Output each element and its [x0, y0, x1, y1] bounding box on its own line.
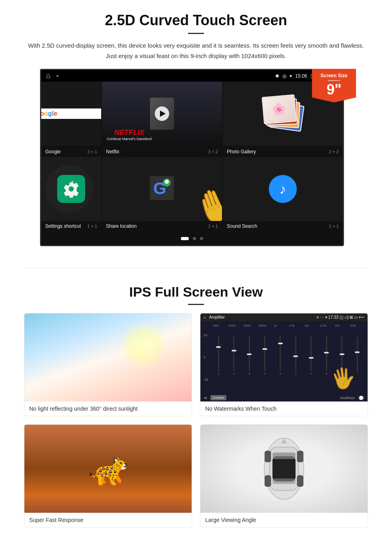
- badge-size: 9": [326, 81, 341, 98]
- svg-rect-7: [272, 456, 296, 482]
- gallery-size: 2 × 2: [329, 149, 339, 154]
- eq-freq-labels: 60hz 100hz 200hz 500hz 1k 2.5k 10k 12.5k…: [212, 324, 364, 327]
- svg-rect-12: [264, 475, 271, 487]
- sound-search-cell[interactable]: ♪: [223, 157, 343, 221]
- location-icon: ◎: [282, 73, 286, 79]
- equalizer-image: ⌂ Amplifier ≡ ⋯ ▾ 17:33 ◫ ◁) ⊠ ▭ ⟵ 10 0 …: [200, 313, 368, 401]
- status-bar-left: ⌂ ⌁: [46, 72, 59, 80]
- eq-icons: ≡ ⋯ ▾ 17:33 ◫ ◁) ⊠ ▭ ⟵: [317, 315, 364, 319]
- device-screen: ⌂ ⌁ ✱ ◎ ▾ 15:06 ◫ ◁) ⊠ ▭: [40, 69, 344, 246]
- custom-button[interactable]: Custom: [210, 395, 226, 400]
- sound-size: 1 × 1: [329, 224, 339, 229]
- settings-app-cell[interactable]: [41, 157, 101, 221]
- play-button[interactable]: [155, 106, 169, 121]
- settings-bg-circles: [41, 157, 101, 221]
- dot-3[interactable]: [200, 237, 203, 240]
- netflix-label-cell: Netflix 3 × 2: [102, 147, 222, 157]
- netflix-label: Netflix: [106, 149, 119, 155]
- sunlight-caption: No light reflecting under 360° direct su…: [24, 401, 192, 416]
- home-icon[interactable]: ⌂: [46, 72, 50, 80]
- section-ips: IPS Full Screen View No light reflecting…: [0, 280, 392, 540]
- eq-back-icon: ≪: [204, 396, 207, 400]
- pagination-dots: [41, 231, 343, 245]
- eq-home-icon: ⌂: [204, 315, 206, 319]
- sound-label-cell: Sound Search 1 × 1: [223, 221, 343, 231]
- freq-2k5: 2.5k: [289, 324, 304, 327]
- google-label: Google: [45, 149, 61, 155]
- loudness-label: loudness: [340, 396, 355, 400]
- curved-description: With 2.5D curved-display screen, this de…: [24, 40, 368, 61]
- pointing-hand: 🤚: [189, 182, 222, 221]
- google-mic-icon[interactable]: 🎤: [100, 110, 101, 117]
- status-bar: ⌂ ⌁ ✱ ◎ ▾ 15:06 ◫ ◁) ⊠ ▭: [41, 70, 343, 82]
- cheetah-emoji: 🐆: [88, 450, 128, 488]
- wifi-icon: ▾: [290, 73, 292, 79]
- badge-divider: [328, 80, 340, 81]
- share-label-cell: Share location 1 × 1: [102, 221, 222, 231]
- eq-bar-7: 0: [304, 335, 318, 375]
- feature-car: Large Viewing Angle: [200, 424, 368, 528]
- eq-bar-1: 3: [212, 335, 226, 375]
- svg-rect-9: [272, 478, 296, 484]
- maps-icon: G: [150, 176, 174, 200]
- google-app-cell[interactable]: Google 🎤: [41, 82, 101, 146]
- feature-equalizer: ⌂ Amplifier ≡ ⋯ ▾ 17:33 ◫ ◁) ⊠ ▭ ⟵ 10 0 …: [200, 313, 368, 416]
- settings-size: 1 × 1: [87, 224, 97, 229]
- freq-sub: SUB: [350, 324, 364, 327]
- eq-label-0: 0: [204, 355, 208, 359]
- eq-header: ⌂ Amplifier ≡ ⋯ ▾ 17:33 ◫ ◁) ⊠ ▭ ⟵: [200, 313, 368, 321]
- svg-point-4: [165, 180, 169, 184]
- svg-rect-13: [297, 475, 303, 487]
- google-label-cell: Google 3 × 1: [41, 147, 101, 157]
- bluetooth-icon: ✱: [275, 73, 279, 79]
- freq-60hz: 60hz: [213, 324, 228, 327]
- netflix-size: 3 × 2: [208, 149, 218, 154]
- google-size: 3 × 1: [87, 149, 97, 154]
- eq-title: Amplifier: [209, 315, 225, 319]
- section-curved-touch: 2.5D Curved Touch Screen With 2.5D curve…: [0, 0, 392, 256]
- screen-size-badge: Screen Size 9": [312, 69, 356, 102]
- svg-rect-8: [272, 453, 296, 459]
- share-label: Share location: [106, 223, 137, 229]
- eq-body: 10 0 -10 60hz 100hz 200hz 500hz 1k 2.5k …: [200, 321, 368, 394]
- feature-sunlight: No light reflecting under 360° direct su…: [24, 313, 192, 416]
- svg-rect-10: [264, 451, 271, 462]
- ips-title-divider: [188, 304, 204, 305]
- dot-2[interactable]: [193, 237, 196, 240]
- cheetah-caption: Super Fast Response: [24, 513, 192, 527]
- netflix-logo: NETFLIX: [107, 129, 152, 136]
- freq-200hz: 200hz: [244, 324, 258, 327]
- freq-100hz: 100hz: [228, 324, 243, 327]
- share-location-cell[interactable]: G 🤚: [102, 157, 222, 221]
- share-size: 1 × 1: [208, 224, 218, 229]
- freq-500hz: 500hz: [259, 324, 273, 327]
- app-labels-top: Google 3 × 1 Netflix 3 × 2 Photo Gallery…: [41, 147, 343, 157]
- dot-1[interactable]: [181, 237, 189, 240]
- sun-glow: [120, 321, 168, 369]
- car-svg: [256, 433, 312, 505]
- settings-label: Settings shortcut: [45, 223, 81, 229]
- badge-title: Screen Size: [315, 73, 353, 78]
- eq-footer: ≪ Custom loudness: [200, 394, 368, 401]
- eq-bar-6: 0: [288, 335, 303, 375]
- freq-15k: 15k: [335, 324, 349, 327]
- device-wrapper: Screen Size 9" ⌂ ⌁ ✱ ◎ ▾ 15:06 ◫ ◁) ⊠: [40, 69, 352, 246]
- gallery-label: Photo Gallery: [227, 149, 256, 155]
- eq-time: 17:33: [328, 315, 338, 319]
- ips-title: IPS Full Screen View: [24, 284, 368, 300]
- car-image: [200, 425, 368, 513]
- eq-label-10: 10: [204, 333, 208, 337]
- loudness-toggle[interactable]: [358, 395, 364, 400]
- netflix-app-cell[interactable]: NETFLIX Continue Marvel's Daredevil: [102, 82, 222, 146]
- maps-icon-container: G: [150, 176, 174, 202]
- eq-bar-2: 4: [227, 335, 241, 375]
- flower-icon: 🌸: [272, 102, 287, 116]
- freq-10k: 10k: [304, 324, 319, 327]
- curved-title: 2.5D Curved Touch Screen: [24, 12, 368, 29]
- google-search-bar[interactable]: Google 🎤: [41, 108, 101, 119]
- sound-icon-bg: ♪: [269, 175, 297, 203]
- hand-on-eq: 🖐: [329, 365, 357, 392]
- music-note-icon: ♪: [280, 181, 286, 197]
- page-divider: [24, 268, 368, 268]
- equalizer-caption: No Watermarks When Touch: [200, 401, 368, 416]
